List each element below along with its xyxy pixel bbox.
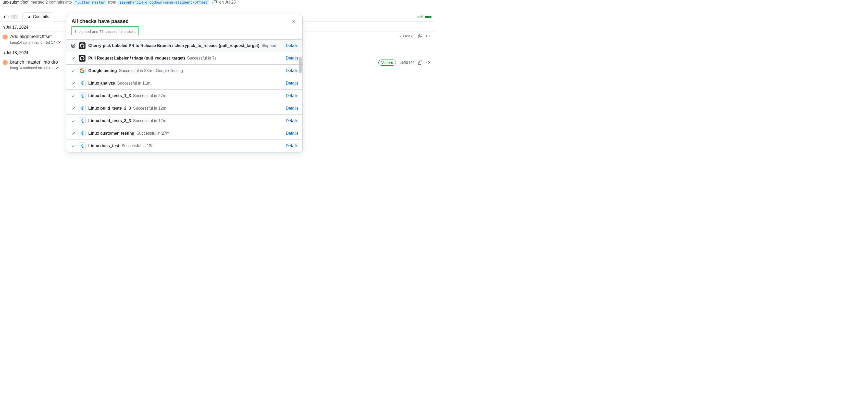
- code-icon[interactable]: [426, 34, 430, 38]
- details-link[interactable]: Details: [286, 81, 298, 86]
- tab-conversation-count: 30: [11, 15, 19, 19]
- checks-dialog: All checks have passed 1 skipped and 71 …: [66, 14, 303, 152]
- flutter-app-icon: [79, 142, 86, 149]
- flutter-app-icon: [79, 130, 86, 137]
- check-name: Google testing: [88, 68, 117, 73]
- check-row: Linux analyze Successful in 11mDetails: [66, 77, 302, 90]
- details-link[interactable]: Details: [286, 93, 298, 98]
- check-row: Linux build_tests_1_3 Successful in 27mD…: [66, 90, 302, 102]
- separator-dot: ·: [54, 66, 55, 70]
- x-icon[interactable]: ✕: [58, 40, 61, 45]
- check-name: Linux analyze: [88, 81, 115, 85]
- github-app-icon: [79, 42, 86, 49]
- check-icon: [70, 94, 76, 98]
- head-branch-tag[interactable]: jasonkang14:dropdown-menu-alignent-offse…: [117, 0, 210, 5]
- check-status: Skipped: [260, 44, 276, 48]
- check-status: Successful in 12m: [132, 106, 166, 110]
- check-name: Linux docs_test: [88, 144, 119, 148]
- flutter-app-icon: [79, 92, 86, 100]
- check-text: Linux docs_test Successful in 13m: [88, 143, 283, 149]
- details-link[interactable]: Details: [286, 118, 298, 123]
- check-status: Successful in 12m: [132, 118, 166, 123]
- details-link[interactable]: Details: [286, 144, 298, 148]
- check-text: Linux build_tests_2_3 Successful in 12m: [88, 106, 283, 111]
- details-link[interactable]: Details: [286, 106, 298, 111]
- check-name: Linux build_tests_2_3: [88, 106, 131, 110]
- check-name: Linux build_tests_3_3: [88, 118, 131, 123]
- merge-verb: merged 2 commits into: [31, 0, 72, 5]
- check-name: Linux customer_testing: [88, 131, 134, 135]
- check-text: Linux customer_testing Successful in 27m: [88, 131, 283, 136]
- verified-badge[interactable]: Verified: [378, 59, 396, 66]
- google-app-icon: [79, 67, 86, 74]
- dialog-title: All checks have passed: [71, 19, 138, 24]
- diff-additions: +29: [417, 15, 423, 19]
- check-text: Linux analyze Successful in 11m: [88, 81, 283, 86]
- commit-subline: authored on Jul 18: [23, 66, 53, 70]
- tab-conversation-label: on: [4, 15, 9, 19]
- merge-summary: uto-submit[bot] merged 2 commits into fl…: [0, 0, 434, 5]
- commit-author[interactable]: kang14: [10, 40, 22, 45]
- tab-commits[interactable]: Commits: [23, 12, 53, 22]
- tab-commits-label: Commits: [33, 15, 49, 19]
- tab-conversation[interactable]: on 30: [0, 12, 23, 21]
- skip-icon: [70, 44, 76, 48]
- check-status: Successful in 7s: [186, 56, 217, 60]
- check-row: Linux build_tests_2_3 Successful in 12mD…: [66, 102, 302, 115]
- check-status: Successful in 27m: [132, 93, 166, 98]
- check-name: Cherry-pick Labeled PR to Release Branch…: [88, 44, 259, 48]
- details-link[interactable]: Details: [286, 131, 298, 136]
- scrollbar-thumb[interactable]: [299, 57, 302, 73]
- close-button[interactable]: [290, 19, 297, 25]
- check-row: Cherry-pick Labeled PR to Release Branch…: [66, 39, 302, 52]
- check-icon: [70, 81, 76, 85]
- check-name: Linux build_tests_1_3: [88, 93, 131, 98]
- copy-icon[interactable]: [418, 34, 422, 38]
- check-icon: [70, 56, 76, 60]
- merge-date: on Jul 25: [219, 0, 236, 5]
- flutter-app-icon: [79, 105, 86, 112]
- check-text: Cherry-pick Labeled PR to Release Branch…: [88, 43, 283, 49]
- check-text: Pull Request Labeler / triage (pull_requ…: [88, 55, 283, 61]
- check-text: Linux build_tests_3_3 Successful in 12m: [88, 118, 283, 124]
- check-text: Linux build_tests_1_3 Successful in 27m: [88, 93, 283, 99]
- check-icon: [70, 69, 76, 73]
- git-commit-icon: [27, 15, 31, 19]
- details-link[interactable]: Details: [286, 68, 298, 73]
- avatar[interactable]: [3, 34, 8, 39]
- check-name: Pull Request Labeler / triage (pull_requ…: [88, 56, 185, 60]
- base-branch-tag[interactable]: flutter:master: [73, 0, 107, 5]
- dialog-subtitle: 1 skipped and 71 successful checks: [74, 29, 135, 34]
- flutter-app-icon: [79, 80, 86, 87]
- check-row: Linux docs_test Successful in 13mDetails: [66, 140, 302, 152]
- bot-user-link[interactable]: uto-submit[bot]: [3, 0, 30, 5]
- commit-sha[interactable]: e650166: [400, 60, 414, 65]
- copy-icon[interactable]: [418, 60, 422, 65]
- check-row: Pull Request Labeler / triage (pull_requ…: [66, 52, 302, 65]
- check-status: Successful in 27m: [135, 131, 169, 135]
- checks-list[interactable]: Cherry-pick Labeled PR to Release Branch…: [66, 39, 302, 152]
- commit-sha[interactable]: 733ca70: [400, 34, 414, 38]
- commit-subline: committed on Jul 17: [23, 40, 55, 45]
- details-link[interactable]: Details: [286, 56, 298, 60]
- check-row: Linux build_tests_3_3 Successful in 12mD…: [66, 115, 302, 127]
- check-icon[interactable]: ✓: [56, 66, 59, 70]
- details-link[interactable]: Details: [286, 44, 298, 48]
- diff-stat[interactable]: +29: [417, 15, 434, 19]
- separator-dot: ·: [56, 40, 57, 45]
- from-word: from: [108, 0, 116, 5]
- diff-squares-icon: [425, 16, 431, 18]
- copy-icon[interactable]: [213, 0, 217, 4]
- check-status: Successful in 38m - Google Testing: [118, 68, 183, 73]
- close-icon: [291, 20, 296, 24]
- check-status: Successful in 11m: [116, 81, 150, 85]
- check-icon: [70, 106, 76, 110]
- check-icon: [70, 144, 76, 148]
- check-status: Successful in 13m: [120, 144, 155, 148]
- commit-author[interactable]: kang14: [10, 66, 22, 70]
- code-icon[interactable]: [426, 60, 430, 65]
- avatar[interactable]: [3, 60, 8, 65]
- check-row: Google testing Successful in 38m - Googl…: [66, 65, 302, 77]
- check-row: Linux customer_testing Successful in 27m…: [66, 127, 302, 140]
- check-icon: [70, 119, 76, 123]
